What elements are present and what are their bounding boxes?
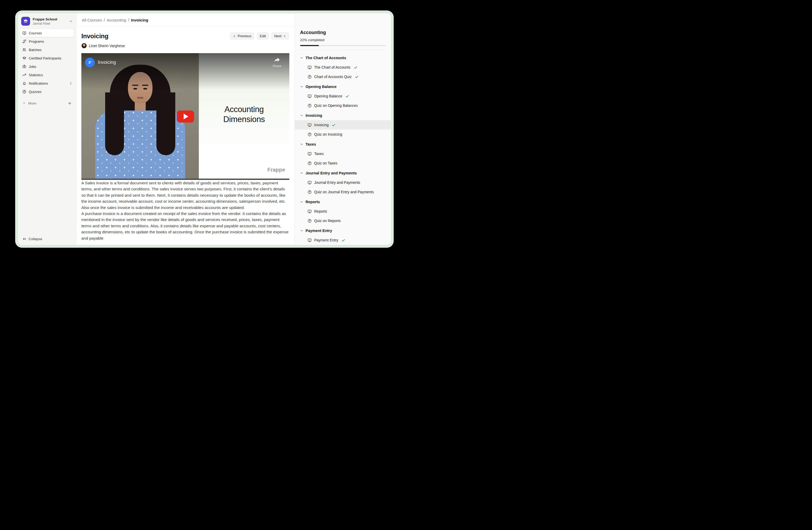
quiz-icon (307, 219, 312, 223)
section-title: Taxes (306, 142, 316, 147)
breadcrumb-all-courses[interactable]: All Courses (82, 18, 102, 22)
outline-section-opening-balance: Opening Balance Opening Balance Quiz on … (295, 82, 391, 110)
chevron-down-icon (300, 56, 303, 59)
edit-label: Edit (260, 34, 266, 38)
video-player[interactable]: Accounting Dimensions Frappe Invoicing S… (81, 53, 289, 180)
section-title: Payment Entry (306, 228, 332, 233)
section-title: Invoicing (306, 113, 322, 117)
previous-label: Previous (237, 34, 251, 38)
workspace-switcher[interactable]: Frappe School Jannat Patel (18, 13, 76, 28)
frappe-watermark: Frappe (267, 167, 285, 173)
video-lesson-icon (307, 94, 312, 98)
course-progress-header: Accounting 22% completed (295, 13, 391, 50)
lesson-item[interactable]: Reports (295, 207, 391, 216)
lesson-item[interactable]: Quiz on Invoicing (295, 130, 391, 139)
sidebar-item-batches[interactable]: Batches (20, 46, 74, 54)
lesson-item[interactable]: The Chart of Accounts (295, 62, 391, 72)
video-header: Invoicing (85, 58, 116, 67)
section-title: Reports (306, 200, 320, 204)
next-button[interactable]: Next (271, 32, 289, 40)
check-icon (355, 75, 359, 79)
sidebar-item-quizzes[interactable]: Quizzes (20, 88, 74, 96)
main-column: All Courses / Accounting / Invoicing Inv… (76, 13, 294, 245)
lesson-title: Invoicing (314, 123, 329, 127)
section-header[interactable]: The Chart of Accounts (295, 53, 391, 62)
lesson-item[interactable]: Journal Entry and Payments (295, 178, 391, 187)
sidebar-more-toggle[interactable]: More (20, 99, 74, 107)
share-button[interactable]: Share (272, 57, 281, 68)
previous-button[interactable]: Previous (230, 32, 255, 40)
sidebar-item-programs[interactable]: Programs (20, 38, 74, 45)
chevron-left-icon (233, 34, 236, 38)
video-lesson-icon (307, 65, 312, 70)
lesson-item[interactable]: Payment Entry (295, 235, 391, 245)
sidebar-item-certified-participants[interactable]: Certified Participants (20, 54, 74, 62)
chevron-right-icon (283, 34, 286, 38)
video-lesson-icon (307, 152, 312, 156)
sidebar-item-notifications[interactable]: Notifications 1 (20, 79, 74, 87)
lesson-title: Reports (314, 209, 327, 213)
lesson-item[interactable]: Chart of Accounts Quiz (295, 72, 391, 81)
breadcrumb: All Courses / Accounting / Invoicing (82, 18, 148, 23)
share-arrow-icon (274, 57, 280, 62)
lesson-item-active[interactable]: Invoicing (295, 120, 391, 130)
slide-title: Accounting Dimensions (212, 104, 277, 124)
left-sidebar: Frappe School Jannat Patel Courses Progr… (18, 13, 76, 245)
lesson-item[interactable]: Quiz on Opening Balances (295, 101, 391, 110)
breadcrumb-accounting[interactable]: Accounting (107, 18, 126, 22)
sidebar-item-jobs[interactable]: Jobs (20, 62, 74, 70)
lesson-title: Quiz on Opening Balances (314, 103, 358, 108)
sidebar-item-label: Jobs (29, 65, 37, 69)
chevron-down-icon (69, 19, 73, 23)
sidebar-item-statistics[interactable]: Statistics (20, 71, 74, 79)
sidebar-item-label: Batches (29, 48, 42, 52)
lesson-content: Invoicing Previous Edit Next (76, 27, 294, 245)
chevron-down-icon (300, 143, 303, 146)
window-frame: Frappe School Jannat Patel Courses Progr… (15, 11, 394, 248)
page-title: Invoicing (81, 32, 108, 40)
lesson-actions: Previous Edit Next (230, 32, 289, 40)
video-slide-region: Accounting Dimensions Frappe (199, 53, 289, 180)
section-header[interactable]: Opening Balance (295, 82, 391, 92)
section-header[interactable]: Journal Entry and Payments (295, 168, 391, 178)
presenter-face (128, 72, 153, 103)
play-button[interactable] (177, 111, 194, 123)
presenter-face (137, 97, 143, 99)
lesson-item[interactable]: Quiz on Taxes (295, 158, 391, 168)
edit-button[interactable]: Edit (257, 32, 269, 40)
lesson-title: Opening Balance (314, 94, 342, 98)
lesson-title: Quiz on Journal Entry and Payments (314, 190, 374, 194)
workspace-name: Frappe School (33, 17, 67, 21)
outline-section-payment-entry: Payment Entry Payment Entry (295, 226, 391, 245)
lesson-item[interactable]: Quiz on Journal Entry and Payments (295, 187, 391, 197)
lesson-item[interactable]: Opening Balance (295, 92, 391, 101)
section-header[interactable]: Reports (295, 197, 391, 207)
help-circle-icon (22, 89, 26, 94)
plus-icon[interactable] (68, 101, 72, 105)
chevron-right-icon (22, 101, 26, 105)
graduation-cap-icon (22, 56, 26, 60)
lesson-item[interactable]: Quiz on Reports (295, 216, 391, 225)
outline-section-taxes: Taxes Taxes Quiz on Taxes (295, 140, 391, 168)
bell-icon (22, 81, 26, 85)
section-header[interactable]: Invoicing (295, 111, 391, 120)
lesson-title: Taxes (314, 152, 324, 156)
users-icon (22, 48, 26, 52)
presenter-face (143, 88, 147, 89)
sidebar-item-courses[interactable]: Courses (20, 29, 74, 37)
section-header[interactable]: Payment Entry (295, 226, 391, 235)
quiz-icon (307, 75, 312, 79)
lesson-item[interactable]: Taxes (295, 149, 391, 158)
play-icon (184, 114, 188, 120)
section-header[interactable]: Taxes (295, 140, 391, 149)
channel-avatar[interactable] (85, 58, 95, 67)
lesson-title: Quiz on Invoicing (314, 132, 342, 137)
chevron-down-icon (300, 229, 303, 232)
lesson-title: The Chart of Accounts (314, 65, 350, 69)
author-avatar (81, 43, 87, 48)
outline-section-journal-entry: Journal Entry and Payments Journal Entry… (295, 168, 391, 197)
collapse-button[interactable]: Collapse (22, 237, 72, 241)
chevron-down-icon (300, 200, 303, 204)
outline-section-reports: Reports Reports Quiz on Reports (295, 197, 391, 225)
presenter-hair (157, 93, 175, 155)
